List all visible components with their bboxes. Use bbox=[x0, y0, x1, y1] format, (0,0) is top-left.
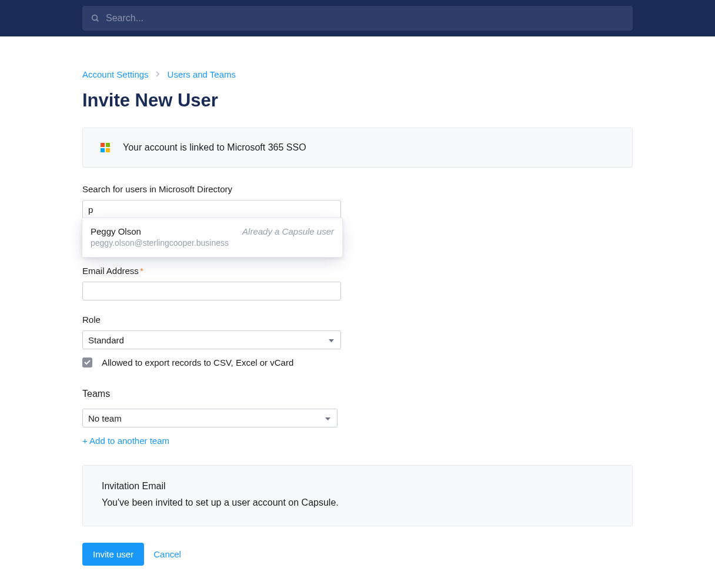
role-label: Role bbox=[82, 315, 633, 325]
svg-point-0 bbox=[92, 15, 98, 21]
directory-result-name: Peggy Olson bbox=[91, 226, 229, 236]
teams-heading: Teams bbox=[82, 389, 633, 399]
invitation-email-panel: Invitation Email You've been invited to … bbox=[82, 465, 633, 526]
directory-search-input[interactable] bbox=[82, 200, 341, 219]
svg-rect-3 bbox=[106, 143, 110, 147]
sso-banner-text: Your account is linked to Microsoft 365 … bbox=[123, 142, 306, 153]
breadcrumb: Account Settings Users and Teams bbox=[82, 36, 633, 79]
global-search[interactable] bbox=[82, 6, 633, 31]
directory-result-note: Already a Capsule user bbox=[242, 226, 334, 236]
directory-result-email: peggy.olson@sterlingcooper.business bbox=[91, 238, 229, 248]
add-team-link[interactable]: + Add to another team bbox=[82, 436, 169, 446]
breadcrumb-link-account-settings[interactable]: Account Settings bbox=[82, 69, 149, 79]
page-title: Invite New User bbox=[82, 90, 633, 111]
search-input[interactable] bbox=[106, 13, 624, 24]
search-icon bbox=[91, 14, 100, 23]
email-field[interactable] bbox=[82, 282, 341, 300]
invitation-email-body: You've been invited to set up a user acc… bbox=[102, 497, 613, 508]
breadcrumb-link-users-teams[interactable]: Users and Teams bbox=[168, 69, 236, 79]
role-select[interactable]: Standard bbox=[82, 330, 341, 349]
export-permission-label: Allowed to export records to CSV, Excel … bbox=[102, 358, 293, 368]
directory-result-item[interactable]: Peggy Olson peggy.olson@sterlingcooper.b… bbox=[82, 218, 342, 257]
svg-rect-2 bbox=[101, 143, 105, 147]
svg-line-1 bbox=[96, 19, 98, 21]
team-select[interactable]: No team bbox=[82, 409, 338, 427]
directory-results-dropdown: Peggy Olson peggy.olson@sterlingcooper.b… bbox=[82, 218, 343, 258]
cancel-button[interactable]: Cancel bbox=[153, 549, 181, 559]
top-bar bbox=[0, 0, 715, 36]
invite-user-button[interactable]: Invite user bbox=[82, 543, 144, 566]
email-label: Email Address* bbox=[82, 266, 633, 276]
required-star-icon: * bbox=[140, 266, 143, 276]
svg-rect-5 bbox=[106, 148, 110, 152]
chevron-right-icon bbox=[156, 70, 161, 79]
svg-rect-4 bbox=[101, 148, 105, 152]
export-permission-checkbox[interactable] bbox=[82, 358, 92, 368]
sso-banner: Your account is linked to Microsoft 365 … bbox=[82, 128, 633, 168]
microsoft-icon bbox=[101, 143, 110, 152]
directory-search-label: Search for users in Microsoft Directory bbox=[82, 184, 633, 194]
invitation-email-title: Invitation Email bbox=[102, 481, 613, 492]
